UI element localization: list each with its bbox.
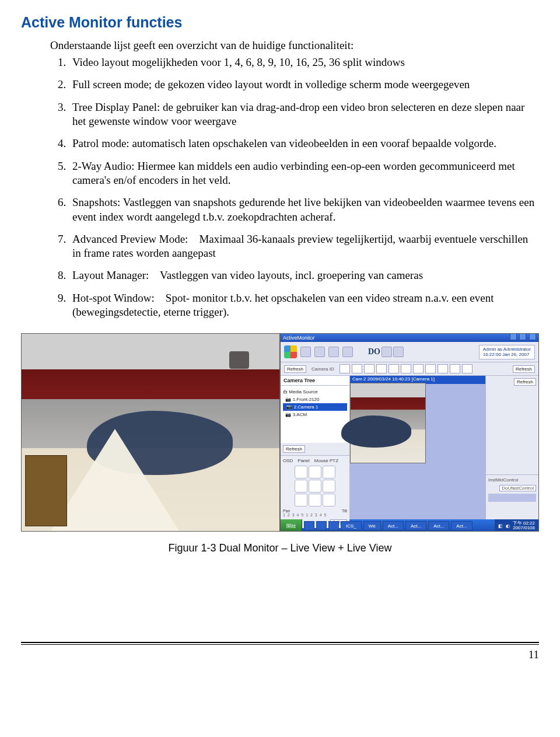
taskbar-item[interactable]: Act... — [428, 521, 449, 530]
ptz-panel: OSD Panel Mouse PTZ — [281, 455, 349, 528]
page-footer-rule — [21, 642, 539, 645]
scale-ticks: 1 2 3 4 5 1 2 3 4 5 — [283, 513, 347, 517]
ptz-tabs[interactable]: OSD Panel Mouse PTZ — [283, 458, 347, 463]
ptz-left-icon[interactable] — [295, 480, 307, 493]
feature-item: Patrol mode: automatisch laten opschakel… — [69, 137, 539, 151]
scene-light — [229, 351, 249, 369]
layout-36-button[interactable] — [438, 364, 448, 373]
right-refresh-button[interactable]: Refresh — [514, 378, 536, 386]
ptz-right-icon[interactable] — [323, 480, 335, 493]
ptz-dpad[interactable] — [295, 466, 335, 507]
layout-10-button[interactable] — [401, 364, 411, 373]
user-info-box: Admin as Administrator 16:22:00 Jan 26, … — [479, 345, 535, 359]
feature-item: 2-Way Audio: Hiermee kan middels een aud… — [69, 159, 539, 188]
tilt-label: Tilt — [342, 509, 347, 513]
intro-text: Onderstaande lijst geeft een overzicht v… — [50, 39, 539, 52]
tree-node-selected[interactable]: 📷 2.Camera 1 — [283, 403, 347, 411]
taskbar-item[interactable] — [316, 521, 327, 530]
feature-item: Snapshots: Vastleggen van snapshots gedu… — [69, 195, 539, 224]
layout-6-button[interactable] — [364, 364, 374, 373]
midctl-title: InstMidControl — [488, 477, 536, 483]
minimize-icon[interactable] — [510, 333, 517, 340]
camera-tree[interactable]: 🗀 Media Source 📷 1.Front-2120 📷 2.Camera… — [281, 386, 349, 443]
monitor-left-fullscreen — [21, 333, 280, 532]
system-tray[interactable]: ◧ ◐ 下午 02:22 2007/0108 — [495, 519, 538, 532]
feature-item: Layout Manager: Vastleggen van video lay… — [69, 268, 539, 282]
feature-item: Full screen mode; de gekozen video layou… — [69, 78, 539, 92]
camera-tree-header: Camera Tree — [281, 376, 349, 386]
section-title: Active Monitor functies — [21, 14, 539, 31]
brand-do-letter: DO — [368, 347, 380, 357]
tray-icon[interactable]: ◧ — [498, 523, 503, 529]
app-logo-icon — [284, 345, 297, 358]
ptz-up-left-icon[interactable] — [295, 466, 307, 478]
scene-sign — [25, 455, 67, 526]
windows-taskbar[interactable]: 開始 ICS_ We Act... Act... Act... Act... ◧… — [281, 519, 538, 532]
toolbar-audio-icon[interactable] — [342, 347, 353, 357]
toolbar-eye-icon[interactable] — [300, 347, 311, 357]
layout-next-icon[interactable] — [462, 364, 473, 373]
close-icon[interactable] — [529, 333, 536, 340]
feature-item: Advanced Preview Mode: Maximaal 36-kanaa… — [69, 232, 539, 261]
brand-icons: DO — [368, 347, 404, 357]
taskbar-item[interactable]: We — [363, 521, 381, 530]
main-toolbar: DO Admin as Administrator 16:22:00 Jan 2… — [281, 342, 538, 362]
tray-icon[interactable]: ◐ — [506, 523, 510, 529]
monitor-right-app: ActiveMonitor DO Admi — [280, 333, 539, 532]
figure-caption: Figuur 1-3 Dual Monitor – Live View + Li… — [21, 542, 539, 554]
ptz-down-icon[interactable] — [309, 494, 321, 507]
feature-list: Video layout mogelijkheden voor 1, 4, 6,… — [50, 55, 539, 319]
taskbar-item[interactable] — [328, 521, 339, 530]
figure-dual-monitor: ActiveMonitor DO Admi — [21, 333, 539, 554]
midctl-strip[interactable] — [488, 494, 536, 502]
left-panel: Camera Tree 🗀 Media Source 📷 1.Front-212… — [281, 376, 350, 519]
page-number: 11 — [21, 648, 539, 661]
toolbar-record-icon[interactable] — [328, 347, 339, 357]
refresh-right-button[interactable]: Refresh — [513, 365, 535, 373]
tray-clock: 下午 02:22 2007/0108 — [513, 521, 535, 531]
user-name: Admin as Administrator — [483, 347, 531, 352]
ptz-home-icon[interactable] — [309, 480, 321, 493]
layout-toolbar: Refresh Camera ID Refresh — [281, 362, 538, 376]
taskbar-item[interactable]: Act... — [451, 521, 472, 530]
layout-1-button[interactable] — [340, 364, 350, 373]
layout-9-button[interactable] — [388, 364, 399, 373]
right-panel: Refresh InstMidControl DoUfastControl — [485, 376, 538, 519]
tree-refresh-button[interactable]: Refresh — [283, 445, 305, 453]
toolbar-snapshot-icon[interactable] — [314, 347, 325, 357]
ptz-up-icon[interactable] — [309, 466, 321, 478]
tree-node[interactable]: 📷 3.ACM — [283, 411, 347, 418]
layout-25-button[interactable] — [425, 364, 436, 373]
start-button[interactable]: 開始 — [281, 519, 302, 532]
window-titlebar[interactable]: ActiveMonitor — [281, 334, 538, 342]
taskbar-item[interactable] — [304, 521, 314, 530]
ptz-up-right-icon[interactable] — [323, 466, 335, 478]
layout-8-button[interactable] — [376, 364, 387, 373]
taskbar-item[interactable]: Act... — [405, 521, 426, 530]
video-tile[interactable] — [350, 383, 426, 463]
window-controls[interactable] — [509, 333, 536, 343]
user-datetime: 16:22:00 Jan 26, 2007 — [483, 352, 531, 358]
video-area[interactable]: Cam 2 2009/03/24 10:40:23 [Camera 1] — [350, 376, 485, 519]
midctl-right-button[interactable]: DoUfastControl — [499, 485, 536, 491]
tree-node-root[interactable]: 🗀 Media Source — [283, 388, 347, 396]
refresh-button[interactable]: Refresh — [284, 365, 306, 373]
brand-ring-icon[interactable] — [393, 347, 404, 357]
ptz-down-right-icon[interactable] — [323, 494, 335, 507]
taskbar-item[interactable]: ICS_ — [341, 521, 362, 530]
feature-item: Video layout mogelijkheden voor 1, 4, 6,… — [69, 55, 539, 69]
video-scene-object — [341, 415, 411, 448]
feature-item: Tree Display Panel: de gebruiker kan via… — [69, 100, 539, 129]
layout-16-button[interactable] — [413, 364, 424, 373]
window-title: ActiveMonitor — [283, 334, 315, 342]
brand-pill-icon[interactable] — [382, 347, 392, 357]
ptz-down-left-icon[interactable] — [295, 494, 307, 507]
layout-prev-icon[interactable] — [450, 364, 460, 373]
feature-item: Hot-spot Window: Spot- monitor t.b.v. he… — [69, 291, 539, 320]
taskbar-item[interactable]: Act... — [383, 521, 404, 530]
tree-node[interactable]: 📷 1.Front-2120 — [283, 396, 347, 403]
maximize-icon[interactable] — [519, 333, 526, 340]
camera-id-label: Camera ID — [312, 366, 334, 372]
pan-label: Pan — [283, 509, 290, 513]
layout-4-button[interactable] — [352, 364, 362, 373]
